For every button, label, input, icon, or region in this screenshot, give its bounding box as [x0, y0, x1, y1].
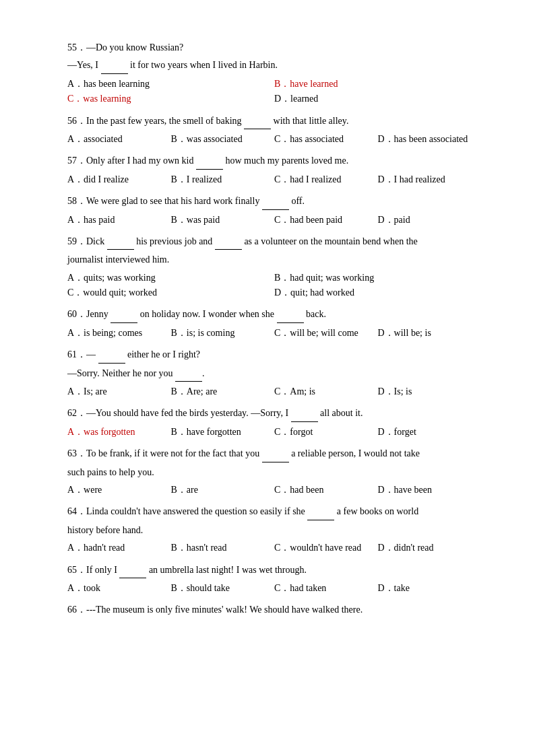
- option-65-2: C．had taken: [274, 581, 378, 596]
- option-text: C．Am; is: [274, 386, 315, 397]
- question-text-60-0: 60．Jenny on holiday now. I wonder when s…: [67, 307, 481, 322]
- option-55-0: A．has been learning: [67, 77, 274, 92]
- option-text: A．was forgotten: [67, 427, 135, 437]
- option-text: D．will be; is: [378, 328, 431, 338]
- option-61-0: A．Is; are: [67, 384, 171, 399]
- question-block-65: 65．If only I an umbrella last night! I w…: [67, 563, 481, 596]
- option-text: B．had quit; was working: [274, 273, 374, 283]
- option-text: D．learned: [274, 94, 318, 104]
- option-63-1: B．are: [171, 483, 275, 497]
- question-block-63: 63．To be frank, if it were not for the f…: [67, 446, 481, 497]
- option-63-0: A．were: [67, 483, 171, 497]
- option-text: B．have forgotten: [171, 427, 241, 437]
- blank: [101, 58, 128, 73]
- option-58-2: C．had been paid: [274, 213, 378, 228]
- option-56-0: A．associated: [67, 132, 171, 147]
- blank: [262, 446, 289, 462]
- option-text: D．quit; had worked: [274, 287, 354, 298]
- question-block-55: 55．—Do you know Russian?—Yes, I it for t…: [67, 40, 481, 107]
- option-text: D．didn't read: [378, 543, 434, 553]
- blank: [98, 347, 125, 363]
- question-text-66-0: 66．---The museum is only five minutes' w…: [67, 603, 481, 617]
- question-text-64-0: 64．Linda couldn't have answered the ques…: [67, 504, 481, 520]
- option-63-3: D．have been: [378, 483, 482, 497]
- option-text: A．has been learning: [67, 79, 150, 89]
- option-56-1: B．was associated: [171, 132, 275, 147]
- question-text-61-1: —Sorry. Neither he nor you .: [67, 366, 481, 382]
- option-text: B．have learned: [274, 79, 338, 89]
- option-text: D．has been associated: [378, 134, 468, 144]
- question-block-61: 61．— either he or I right?—Sorry. Neithe…: [67, 347, 481, 399]
- blank: [107, 234, 134, 250]
- option-62-1: B．have forgotten: [171, 425, 275, 440]
- option-57-1: B．I realized: [171, 172, 275, 187]
- question-text-59-0: 59．Dick his previous job and as a volunt…: [67, 234, 481, 250]
- option-59-3: D．quit; had worked: [274, 285, 481, 300]
- option-text: B．are: [171, 485, 198, 495]
- blank: [262, 194, 289, 209]
- option-59-0: A．quits; was working: [67, 271, 274, 285]
- option-65-3: D．take: [378, 581, 482, 596]
- option-58-3: D．paid: [378, 213, 482, 228]
- blank: [244, 114, 271, 129]
- option-text: B．was paid: [171, 215, 220, 225]
- option-text: B．was associated: [171, 134, 243, 144]
- option-text: B．I realized: [171, 174, 222, 184]
- question-block-57: 57．Only after I had my own kid how much …: [67, 153, 481, 187]
- question-text-55-0: 55．—Do you know Russian?: [67, 40, 481, 55]
- option-text: C．was learning: [67, 94, 131, 104]
- blank: [111, 307, 137, 322]
- options-row-56: A．associatedB．was associatedC．has associ…: [67, 132, 481, 147]
- option-text: D．take: [378, 583, 410, 593]
- question-text-63-0: 63．To be frank, if it were not for the f…: [67, 446, 481, 462]
- option-text: A．Is; are: [67, 386, 107, 397]
- option-61-3: D．Is; is: [378, 384, 482, 399]
- options-row-64: A．hadn't readB．hasn't readC．wouldn't hav…: [67, 541, 481, 555]
- option-text: C．had been: [274, 485, 323, 495]
- option-text: A．did I realize: [67, 174, 129, 184]
- question-text-63-1: such pains to help you.: [67, 465, 481, 480]
- option-text: D．forget: [378, 427, 416, 437]
- option-64-0: A．hadn't read: [67, 541, 171, 555]
- option-60-1: B．is; is coming: [171, 326, 275, 341]
- option-text: C．would quit; worked: [67, 287, 157, 298]
- question-block-58: 58．We were glad to see that his hard wor…: [67, 194, 481, 228]
- option-text: C．had I realized: [274, 174, 342, 184]
- option-61-1: B．Are; are: [171, 384, 275, 399]
- option-57-3: D．I had realized: [378, 172, 482, 187]
- main-content: 55．—Do you know Russian?—Yes, I it for t…: [67, 40, 481, 618]
- options-row-61: A．Is; areB．Are; areC．Am; isD．Is; is: [67, 384, 481, 399]
- option-text: D．have been: [378, 485, 432, 495]
- option-55-1: B．have learned: [274, 77, 481, 92]
- question-text-62-0: 62．—You should have fed the birds yester…: [67, 406, 481, 421]
- option-text: A．hadn't read: [67, 543, 125, 553]
- option-text: A．associated: [67, 134, 123, 144]
- option-text: A．were: [67, 485, 102, 495]
- option-text: D．paid: [378, 215, 410, 225]
- options-row-59: A．quits; was workingB．had quit; was work…: [67, 271, 481, 301]
- option-text: A．took: [67, 583, 100, 593]
- question-block-60: 60．Jenny on holiday now. I wonder when s…: [67, 307, 481, 341]
- question-text-64-1: history before hand.: [67, 523, 481, 538]
- option-60-0: A．is being; comes: [67, 326, 171, 341]
- option-text: C．has associated: [274, 134, 344, 144]
- option-58-0: A．has paid: [67, 213, 171, 228]
- question-text-55-1: —Yes, I it for two years when I lived in…: [67, 58, 481, 73]
- option-65-1: B．should take: [171, 581, 275, 596]
- option-60-2: C．will be; will come: [274, 326, 378, 341]
- option-61-2: C．Am; is: [274, 384, 378, 399]
- option-56-2: C．has associated: [274, 132, 378, 147]
- options-row-62: A．was forgottenB．have forgottenC．forgotD…: [67, 425, 481, 440]
- question-block-62: 62．—You should have fed the birds yester…: [67, 406, 481, 440]
- option-59-1: B．had quit; was working: [274, 271, 481, 285]
- option-text: B．hasn't read: [171, 543, 227, 553]
- question-block-56: 56．In the past few years, the smell of b…: [67, 114, 481, 147]
- question-text-61-0: 61．— either he or I right?: [67, 347, 481, 363]
- options-row-63: A．wereB．areC．had beenD．have been: [67, 483, 481, 497]
- blank: [291, 406, 318, 421]
- options-row-58: A．has paidB．was paidC．had been paidD．pai…: [67, 213, 481, 228]
- option-text: B．should take: [171, 583, 230, 593]
- option-60-3: D．will be; is: [378, 326, 482, 341]
- blank: [307, 504, 334, 520]
- option-59-2: C．would quit; worked: [67, 285, 274, 300]
